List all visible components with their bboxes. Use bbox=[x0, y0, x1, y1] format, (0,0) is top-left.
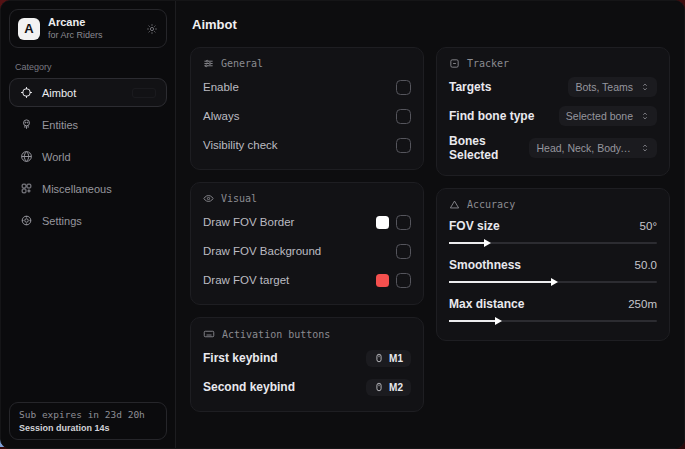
mouse-icon bbox=[374, 353, 384, 363]
gear-icon[interactable] bbox=[146, 23, 158, 35]
setting-label: First keybind bbox=[203, 351, 278, 365]
setting-row-second-keybind: Second keybind M2 bbox=[203, 376, 411, 398]
slider-fill bbox=[449, 242, 484, 244]
fov-background-checkbox[interactable] bbox=[396, 244, 411, 259]
second-keybind-button[interactable]: M2 bbox=[366, 379, 411, 396]
setting-row-fov-target: Draw FOV target bbox=[203, 269, 411, 291]
setting-row-bones-selected: Bones Selected Head, Neck, Body, Fe... bbox=[449, 134, 657, 162]
left-column: General Enable Always bbox=[190, 47, 424, 412]
keybind-value: M1 bbox=[389, 353, 403, 364]
always-checkbox[interactable] bbox=[396, 109, 411, 124]
card-title: General bbox=[221, 58, 263, 69]
setting-label: Draw FOV Border bbox=[203, 216, 294, 228]
setting-row-first-keybind: First keybind M1 bbox=[203, 347, 411, 369]
visibility-check-checkbox[interactable] bbox=[396, 138, 411, 153]
slider-value: 50.0 bbox=[635, 259, 657, 271]
fov-border-checkbox[interactable] bbox=[396, 215, 411, 230]
select-value: Bots, Teams bbox=[575, 81, 633, 93]
sidebar-item-label: Settings bbox=[42, 215, 82, 227]
session-duration-text: Session duration 14s bbox=[19, 423, 157, 433]
page-title: Aimbot bbox=[192, 17, 670, 32]
card-title: Visual bbox=[221, 193, 257, 204]
card-title: Tracker bbox=[467, 58, 509, 69]
sidebar-item-aimbot[interactable]: Aimbot bbox=[9, 78, 167, 107]
setting-row-visibility-check: Visibility check bbox=[203, 134, 411, 156]
keyboard-icon bbox=[203, 328, 215, 340]
color-swatch-red[interactable] bbox=[376, 274, 389, 287]
sidebar-item-entities[interactable]: Entities bbox=[9, 110, 167, 139]
globe-icon bbox=[20, 150, 33, 163]
setting-row-enable: Enable bbox=[203, 76, 411, 98]
card-title: Accuracy bbox=[467, 199, 515, 210]
first-keybind-button[interactable]: M1 bbox=[366, 350, 411, 367]
card-title: Activation buttons bbox=[222, 329, 330, 340]
eye-icon bbox=[203, 193, 214, 204]
setting-row-targets: Targets Bots, Teams bbox=[449, 76, 657, 98]
setting-label: Always bbox=[203, 110, 239, 122]
triangle-icon bbox=[449, 199, 460, 210]
sidebar-item-label: Aimbot bbox=[42, 87, 76, 99]
setting-label: Enable bbox=[203, 81, 239, 93]
gear-icon bbox=[20, 214, 33, 227]
setting-row-find-bone-type: Find bone type Selected bone bbox=[449, 105, 657, 127]
fov-target-checkbox[interactable] bbox=[396, 273, 411, 288]
slider-value: 250m bbox=[628, 298, 657, 310]
setting-label: Draw FOV target bbox=[203, 274, 289, 286]
sidebar: A Arcane for Arc Riders Category Aimbot bbox=[1, 1, 176, 448]
main-panel: Aimbot General bbox=[176, 1, 684, 448]
select-value: Selected bone bbox=[566, 110, 633, 122]
category-label: Category bbox=[15, 62, 161, 72]
setting-label: Draw FOV Background bbox=[203, 245, 321, 257]
app-window: A Arcane for Arc Riders Category Aimbot bbox=[0, 0, 685, 449]
visual-card: Visual Draw FOV Border Draw FOV Backgrou… bbox=[190, 182, 424, 305]
setting-label: Bones Selected bbox=[449, 134, 529, 162]
sidebar-item-label: World bbox=[42, 151, 71, 163]
find-bone-type-select[interactable]: Selected bone bbox=[559, 106, 657, 126]
color-swatch-white[interactable] bbox=[376, 216, 389, 229]
setting-label: FOV size bbox=[449, 219, 500, 233]
sliders-icon bbox=[203, 58, 214, 69]
brand-text: Arcane for Arc Riders bbox=[48, 16, 103, 41]
smoothness-slider[interactable] bbox=[449, 276, 657, 288]
setting-row-fov-border: Draw FOV Border bbox=[203, 211, 411, 233]
setting-label: Smoothness bbox=[449, 258, 521, 272]
unfold-icon bbox=[640, 82, 650, 92]
setting-label: Targets bbox=[449, 80, 491, 94]
sidebar-item-miscellaneous[interactable]: Miscellaneous bbox=[9, 174, 167, 203]
subscription-card: Sub expires in 23d 20h Session duration … bbox=[9, 402, 167, 440]
setting-label: Max distance bbox=[449, 297, 524, 311]
sidebar-item-world[interactable]: World bbox=[9, 142, 167, 171]
brand-subtitle: for Arc Riders bbox=[48, 30, 103, 41]
sidebar-item-settings[interactable]: Settings bbox=[9, 206, 167, 235]
setting-label: Find bone type bbox=[449, 109, 534, 123]
fov-size-slider[interactable] bbox=[449, 237, 657, 249]
setting-row-max-distance: Max distance 250m bbox=[449, 297, 657, 327]
enable-checkbox[interactable] bbox=[396, 80, 411, 95]
targets-select[interactable]: Bots, Teams bbox=[568, 77, 657, 97]
right-column: Tracker Targets Bots, Teams bbox=[436, 47, 670, 341]
sidebar-item-label: Miscellaneous bbox=[42, 183, 112, 195]
crosshair-icon bbox=[20, 86, 33, 99]
setting-row-smoothness: Smoothness 50.0 bbox=[449, 258, 657, 288]
brand-title: Arcane bbox=[48, 16, 103, 30]
setting-label: Second keybind bbox=[203, 380, 295, 394]
general-card: General Enable Always bbox=[190, 47, 424, 170]
setting-label: Visibility check bbox=[203, 139, 278, 151]
keybind-hint-badge bbox=[132, 88, 156, 98]
setting-row-fov-background: Draw FOV Background bbox=[203, 240, 411, 262]
mouse-icon bbox=[374, 382, 384, 392]
brand-card: A Arcane for Arc Riders bbox=[9, 9, 167, 48]
slider-value: 50° bbox=[640, 220, 657, 232]
slider-fill bbox=[449, 320, 495, 322]
entities-icon bbox=[20, 118, 33, 131]
tracker-card: Tracker Targets Bots, Teams bbox=[436, 47, 670, 176]
max-distance-slider[interactable] bbox=[449, 315, 657, 327]
accuracy-card: Accuracy FOV size 50° bbox=[436, 188, 670, 341]
unfold-icon bbox=[640, 143, 650, 153]
bones-selected-select[interactable]: Head, Neck, Body, Fe... bbox=[529, 138, 657, 158]
setting-row-always: Always bbox=[203, 105, 411, 127]
slider-fill bbox=[449, 281, 551, 283]
grid-icon bbox=[20, 182, 33, 195]
brand-logo: A bbox=[18, 18, 40, 40]
select-value: Head, Neck, Body, Fe... bbox=[536, 142, 633, 154]
